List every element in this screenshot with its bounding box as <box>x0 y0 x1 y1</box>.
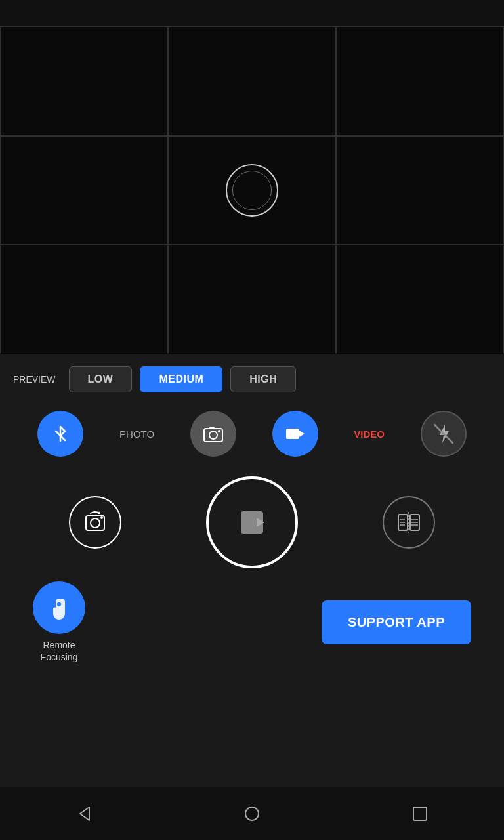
grid-cell-3 <box>336 26 504 136</box>
svg-point-9 <box>91 518 100 528</box>
svg-rect-4 <box>286 429 299 439</box>
photo-label: PHOTO <box>119 429 154 440</box>
svg-rect-2 <box>209 427 215 429</box>
bluetooth-button[interactable] <box>37 411 83 457</box>
controls-row: PHOTO VIDEO <box>0 404 504 463</box>
grid-cell-1 <box>0 26 168 136</box>
support-app-button[interactable]: SUPPORT APP <box>322 600 471 644</box>
flash-off-button[interactable] <box>421 411 467 457</box>
low-quality-button[interactable]: LOW <box>69 366 133 392</box>
back-button[interactable] <box>64 794 104 833</box>
remote-focus-label: RemoteFocusing <box>41 639 78 663</box>
recent-apps-button[interactable] <box>400 794 440 833</box>
compare-button[interactable] <box>383 496 435 549</box>
grid-cell-8 <box>168 245 336 354</box>
preview-label: PREVIEW <box>13 374 56 385</box>
svg-rect-25 <box>413 807 427 820</box>
video-capture-button[interactable] <box>272 411 318 457</box>
grid-cell-4 <box>0 136 168 245</box>
grid-cell-9 <box>336 245 504 354</box>
svg-point-3 <box>218 430 220 432</box>
home-button[interactable] <box>232 794 272 833</box>
svg-point-24 <box>245 807 259 820</box>
high-quality-button[interactable]: HIGH <box>230 366 296 392</box>
bottom-panel: PREVIEW LOW MEDIUM HIGH PHOTO <box>0 354 504 788</box>
photo-capture-button[interactable] <box>190 411 236 457</box>
navigation-bar <box>0 788 504 840</box>
quality-row: PREVIEW LOW MEDIUM HIGH <box>0 354 504 404</box>
svg-marker-23 <box>80 807 89 820</box>
svg-point-1 <box>209 431 217 439</box>
remote-row: RemoteFocusing SUPPORT APP <box>0 575 504 676</box>
svg-marker-5 <box>299 430 304 437</box>
remote-focus-icon <box>33 581 85 634</box>
focus-ring-inner <box>232 171 272 210</box>
status-bar <box>0 0 504 26</box>
focus-ring[interactable] <box>226 164 278 217</box>
grid-cell-2 <box>168 26 336 136</box>
grid-cell-7 <box>0 245 168 354</box>
svg-point-10 <box>100 516 103 519</box>
record-button[interactable] <box>206 476 298 568</box>
remote-focusing-button[interactable]: RemoteFocusing <box>33 581 85 663</box>
grid-cell-6 <box>336 136 504 245</box>
medium-quality-button[interactable]: MEDIUM <box>140 366 222 392</box>
video-label: VIDEO <box>354 429 385 440</box>
switch-camera-button[interactable] <box>69 496 121 549</box>
viewfinder[interactable] <box>0 26 504 354</box>
action-row <box>0 463 504 575</box>
